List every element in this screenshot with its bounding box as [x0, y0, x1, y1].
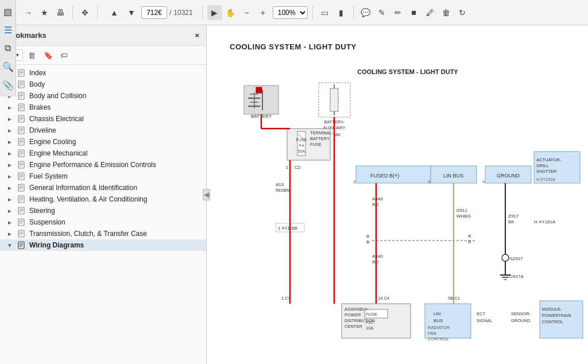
svg-text:DISTRIBUTION: DISTRIBUTION — [345, 318, 375, 323]
page-total: 10321 — [173, 9, 192, 17]
draw-button[interactable]: ✏ — [390, 5, 405, 20]
search-panel-button[interactable]: 🔍 — [1, 60, 15, 73]
sidebar-item-transmission[interactable]: ► Transmission, Clutch, & Transfer Case — [0, 228, 206, 239]
hand-tool[interactable]: ✋ — [223, 5, 238, 20]
svg-text:H  XY191A: H XY191A — [534, 219, 556, 224]
sidebar-item-body[interactable]: ► Body — [0, 79, 206, 90]
bookmark-icon-suspension — [16, 218, 26, 226]
svg-text:LIN BUS: LIN BUS — [443, 173, 463, 179]
sidebar-header-icons: × — [194, 30, 200, 41]
wiring-diagram-svg: COOLING SYSTEM - LIGHT DUTY BATTERY — [230, 63, 586, 344]
comment-button[interactable]: 💬 — [358, 5, 373, 20]
sidebar-resize-handle[interactable] — [204, 25, 208, 364]
toolbar: ← → ★ 🖶 ✥ ▲ ▼ 712€ / 10321 ▶ ✋ − + 100% … — [0, 0, 588, 25]
cursor-tool[interactable]: ▶ — [207, 5, 222, 20]
sidebar-item-body-label: Body — [29, 80, 202, 88]
svg-text:F4: F4 — [299, 144, 304, 148]
zoom-out-button[interactable]: − — [239, 5, 254, 20]
sep4 — [312, 6, 313, 20]
svg-text:B: B — [366, 239, 369, 245]
zoom-control: 100% 50% 75% 125% 150% 200% — [273, 6, 308, 19]
forward-button[interactable]: → — [21, 5, 36, 20]
sidebar-item-transmission-label: Transmission, Clutch, & Transfer Case — [29, 230, 202, 238]
bookmarks-sidebar: Bookmarks × ☰ ▼ 🗑 🔖 🏷 Index — [0, 25, 207, 364]
bookmarks-panel-button[interactable]: ☰ — [1, 25, 15, 37]
sidebar-item-steering[interactable]: ► Steering — [0, 205, 206, 216]
delete-button[interactable]: 🗑 — [439, 5, 454, 20]
sidebar-item-driveline[interactable]: ► Driveline — [0, 125, 206, 136]
sidebar-item-index[interactable]: Index — [0, 67, 206, 79]
highlight-button[interactable]: ✎ — [374, 5, 389, 20]
sidebar-item-engine-performance[interactable]: ► Engine Performance & Emission Controls — [0, 159, 206, 171]
chevron-general-info: ► — [7, 185, 16, 191]
sidebar-header: Bookmarks × — [0, 25, 206, 46]
svg-text:1   C1: 1 C1 — [281, 296, 291, 301]
svg-text:MODULE-: MODULE- — [542, 307, 562, 312]
sidebar-item-fuel-system[interactable]: ► Fuel System — [0, 171, 206, 182]
sidebar-item-engine-performance-label: Engine Performance & Emission Controls — [29, 161, 202, 169]
print-button[interactable]: 🖶 — [53, 5, 68, 20]
zoom-in-button[interactable]: + — [256, 5, 270, 20]
zoom-in-page-button[interactable]: ✥ — [78, 5, 92, 20]
svg-text:1: 1 — [286, 165, 289, 170]
bookmark-icon-steering — [16, 207, 26, 215]
chevron-hvac: ► — [7, 196, 16, 203]
svg-text:ASSEMBLY-: ASSEMBLY- — [345, 307, 369, 312]
chevron-fuel-system: ► — [7, 173, 16, 180]
sidebar-item-wiring-diagrams[interactable]: ▼ Wiring Diagrams — [0, 239, 206, 251]
sidebar-item-engine-mechanical[interactable]: ► Engine Mechanical — [0, 148, 206, 159]
chevron-brakes: ► — [7, 104, 16, 111]
svg-text:POWERTRAIN: POWERTRAIN — [542, 313, 571, 318]
svg-text:CONTROL: CONTROL — [542, 319, 563, 324]
bookmark-icon-engine-mechanical — [16, 149, 26, 157]
svg-point-125 — [502, 254, 509, 261]
sidebar-item-brakes-label: Brakes — [29, 103, 202, 111]
svg-text:5B  C1: 5B C1 — [448, 296, 460, 301]
sidebar-item-brakes[interactable]: ► Brakes — [0, 102, 206, 113]
bookmark-icon-wiring-diagrams — [16, 241, 26, 249]
bookmark-toolbar-button[interactable]: ★ — [37, 5, 52, 20]
svg-text:A940: A940 — [372, 196, 383, 202]
stamp-button[interactable]: 🖉 — [423, 5, 438, 20]
fit-width-button[interactable]: ▮ — [334, 5, 349, 20]
svg-text:BK: BK — [508, 219, 514, 224]
page-down-button[interactable]: ▼ — [124, 5, 139, 20]
svg-text:RADIATOR: RADIATOR — [428, 325, 450, 330]
bookmark-icon-brakes — [16, 103, 26, 111]
sidebar-item-engine-cooling[interactable]: ► Engine Cooling — [0, 136, 206, 148]
tag-button[interactable]: 🏷 — [57, 48, 71, 62]
page-up-button[interactable]: ▲ — [107, 5, 122, 20]
bookmark-icon-general-info — [16, 184, 26, 192]
svg-text:GRILL: GRILL — [536, 163, 549, 168]
svg-rect-76 — [330, 88, 338, 111]
svg-text:FUSE: FUSE — [296, 138, 307, 142]
chevron-chassis-electrical: ► — [7, 116, 16, 122]
sidebar-item-body-collision[interactable]: ► Body and Collision — [0, 90, 206, 102]
sidebar-item-hvac[interactable]: ► Heating, Ventilation, & Air Conditioni… — [0, 193, 206, 205]
fit-page-button[interactable]: ▭ — [318, 5, 332, 20]
left-panel-icons: ▧ ☰ ⧉ 🔍 📎 — [0, 25, 16, 96]
sidebar-item-steering-label: Steering — [29, 207, 202, 215]
delete-bookmark-button[interactable]: 🗑 — [25, 48, 39, 62]
svg-text:ECT: ECT — [477, 311, 485, 316]
redact-button[interactable]: ◾ — [407, 5, 421, 20]
sidebar-item-general-info-label: General Information & Identification — [29, 184, 202, 192]
sidebar-item-index-label: Index — [29, 69, 202, 77]
sidebar-item-general-info[interactable]: ► General Information & Identification — [0, 182, 206, 193]
attachments-panel-button[interactable]: 📎 — [1, 78, 15, 92]
bookmark-icon-body — [16, 80, 26, 88]
sidebar-item-body-collision-label: Body and Collision — [29, 92, 202, 100]
zoom-select[interactable]: 100% 50% 75% 125% 150% 200% — [273, 6, 308, 19]
reset-button[interactable]: ↻ — [455, 5, 470, 20]
sidebar-item-chassis-electrical[interactable]: ► Chassis Electrical — [0, 113, 206, 125]
page-heading: COOLING SYSTEM - LIGHT DUTY — [230, 42, 565, 51]
bookmark-icon-fuel-system — [16, 172, 26, 180]
svg-text:SIGNAL: SIGNAL — [477, 318, 493, 323]
svg-text:R: R — [468, 239, 471, 245]
sidebar-close-button[interactable]: × — [194, 30, 200, 41]
svg-text:50A: 50A — [298, 149, 305, 153]
add-bookmark-button[interactable]: 🔖 — [41, 48, 55, 62]
layers-panel-button[interactable]: ⧉ — [1, 41, 15, 55]
page-number-input[interactable]: 712€ — [141, 6, 167, 19]
sidebar-item-suspension[interactable]: ► Suspension — [0, 216, 206, 228]
